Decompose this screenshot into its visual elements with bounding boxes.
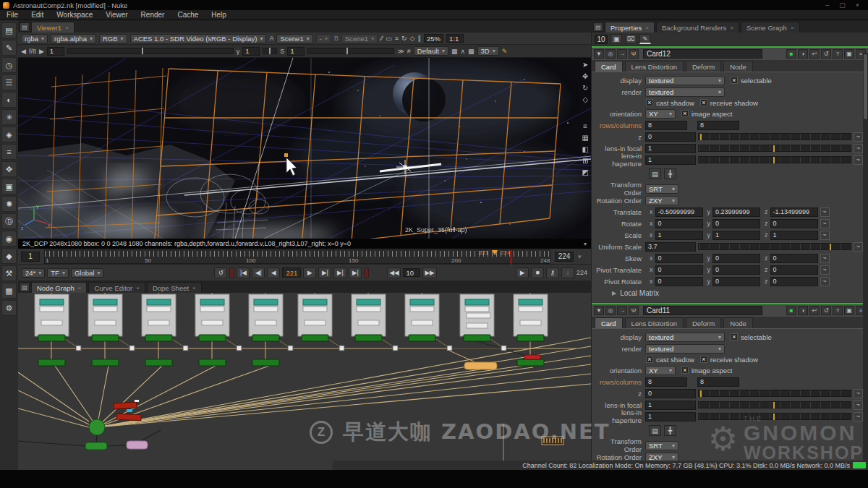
undo-icon[interactable]: ↺: [821, 306, 831, 315]
rows-field[interactable]: 8: [645, 377, 687, 387]
tab-node[interactable]: Node: [723, 317, 753, 328]
tab-lens-distortion[interactable]: Lens Distortion: [625, 61, 684, 72]
select-tool-icon[interactable]: ➤: [582, 61, 589, 69]
lock-range-icon[interactable]: ⚷: [546, 267, 559, 278]
downrez-select[interactable]: Default: [414, 46, 448, 56]
refresh-icon[interactable]: ↻: [401, 35, 407, 42]
lens-haperture-slider[interactable]: [698, 413, 851, 420]
pivot-rotate-x-field[interactable]: 0: [655, 277, 703, 286]
threed-icon[interactable]: ▣: [1, 179, 17, 194]
tab-card[interactable]: Card: [595, 317, 623, 328]
lens-haperture-slider[interactable]: [698, 156, 851, 163]
rotation-order-select[interactable]: ZXY: [645, 196, 678, 205]
uniform-scale-slider[interactable]: [698, 243, 851, 250]
tab-close-icon[interactable]: ×: [645, 25, 649, 31]
particles-icon[interactable]: ✺: [1, 196, 17, 212]
keyer-icon[interactable]: ◈: [1, 127, 17, 142]
display-select[interactable]: textured: [645, 76, 725, 85]
scale-z-field[interactable]: 1: [770, 231, 818, 240]
scale-tool-icon[interactable]: ◇: [582, 95, 589, 103]
skew-x-field[interactable]: 0: [655, 254, 703, 263]
tab-card[interactable]: Card: [595, 61, 623, 72]
playhead-marker[interactable]: [492, 250, 498, 255]
tab-close-icon[interactable]: ×: [192, 285, 196, 291]
current-frame-field[interactable]: 221: [282, 267, 301, 278]
receive-shadow-checkbox[interactable]: [700, 356, 707, 363]
rotate-y-field[interactable]: 0: [712, 219, 760, 228]
uniform-scale-curve-icon[interactable]: ~: [854, 242, 863, 252]
transform-icon[interactable]: ✥: [1, 161, 17, 177]
tab-dope-sheet[interactable]: Dope Sheet×: [147, 282, 202, 293]
tab-scene-graph[interactable]: Scene Graph×: [741, 22, 800, 33]
cast-shadow-checkbox[interactable]: [646, 356, 653, 363]
tf-select[interactable]: TF: [47, 268, 69, 278]
skew-z-field[interactable]: 0: [770, 254, 818, 263]
scale-x-field[interactable]: 1: [655, 231, 703, 240]
selected-read-node[interactable]: [542, 437, 563, 445]
translate-tool-icon[interactable]: ✥: [582, 72, 589, 80]
z-slider[interactable]: [698, 133, 851, 140]
deep-icon[interactable]: Ⓓ: [1, 213, 17, 229]
split-view-icon[interactable]: ◧: [582, 145, 589, 153]
tab-viewer1[interactable]: Viewer1 ×: [31, 22, 75, 33]
playback-play-icon[interactable]: ▶: [516, 267, 529, 278]
range-start-field[interactable]: 1: [21, 252, 40, 262]
pixel-aspect[interactable]: 1:1: [446, 34, 464, 43]
image-icon[interactable]: ▤: [1, 22, 17, 38]
tab-curve-editor[interactable]: Curve Editor×: [88, 282, 145, 293]
gain-icon[interactable]: ▭: [386, 35, 392, 42]
columns-field[interactable]: 8: [697, 377, 739, 387]
z-curve-icon[interactable]: ~: [854, 132, 863, 142]
scanline-render-node[interactable]: [85, 442, 107, 450]
toolsets-icon[interactable]: ⚒: [1, 265, 17, 281]
viewport-3d[interactable]: y x z 2K_Super_35(full-ap) ➤ ✥ ↻ ◇ ≡ ▦ ◧…: [18, 58, 591, 239]
scrollbar-thumb[interactable]: [864, 54, 867, 119]
range-end-field[interactable]: 224: [555, 252, 574, 262]
image-aspect-checkbox[interactable]: [681, 110, 689, 117]
orientation-select[interactable]: XY: [645, 366, 676, 375]
selectable-checkbox[interactable]: [731, 333, 738, 341]
frame-range-select[interactable]: Global: [71, 268, 103, 278]
rotate-x-field[interactable]: 0: [655, 219, 703, 228]
corner-view-icon[interactable]: ◩: [582, 168, 589, 176]
frame-increment-field[interactable]: 10: [403, 268, 420, 277]
pencil-icon[interactable]: ✎: [502, 48, 508, 55]
cast-shadow-checkbox[interactable]: [646, 99, 653, 106]
z-slider[interactable]: [698, 390, 851, 397]
display-select[interactable]: textured: [645, 333, 725, 342]
float-icon[interactable]: ▣: [844, 49, 854, 59]
tab-close-icon[interactable]: ×: [65, 25, 69, 31]
center-node-icon[interactable]: ◎: [605, 49, 616, 59]
pause-icon[interactable]: ∥: [417, 35, 421, 42]
layers-panel-icon[interactable]: ≡: [582, 122, 589, 130]
selected-vertex[interactable]: [284, 153, 288, 157]
step-back-button[interactable]: ◀: [267, 267, 280, 278]
step-forward-button[interactable]: ▶|: [318, 267, 331, 278]
rotate-curve-icon[interactable]: ~: [820, 219, 830, 228]
guides-icon[interactable]: #: [407, 48, 411, 55]
jack-icon[interactable]: ╋: [664, 168, 676, 179]
edit-mode-icon[interactable]: ✎: [639, 34, 651, 44]
draw-icon[interactable]: ✎: [1, 40, 17, 56]
a-input-select[interactable]: Scene1: [276, 34, 312, 43]
pane-menu-icon[interactable]: ▤: [593, 22, 603, 32]
tab-close-icon[interactable]: ×: [78, 285, 82, 291]
goto-start-button[interactable]: |◀: [237, 267, 250, 278]
pivot-rotate-y-field[interactable]: 0: [712, 277, 760, 286]
marker-button[interactable]: [229, 267, 234, 278]
frame-ruler[interactable]: 1 50 100 150 200 248 221 224: [44, 249, 550, 264]
pivot-translate-x-field[interactable]: 0: [655, 265, 703, 275]
menu-edit[interactable]: Edit: [25, 11, 50, 19]
menu-render[interactable]: Render: [135, 11, 171, 19]
display-mode-select[interactable]: RGB: [99, 34, 127, 43]
hide-panel-icon[interactable]: ▼: [594, 306, 604, 315]
close-button[interactable]: ×: [856, 1, 859, 9]
scale-curve-icon[interactable]: ~: [820, 231, 830, 240]
undo-icon[interactable]: ↺: [821, 49, 831, 59]
pivot-translate-curve-icon[interactable]: ~: [820, 265, 830, 275]
rotate-tool-icon[interactable]: ↻: [582, 84, 589, 92]
wipe-icon[interactable]: ∕∕: [380, 35, 383, 42]
frame-increment-button[interactable]: ▶▶: [422, 267, 436, 278]
node-graph-canvas[interactable]: [18, 293, 591, 471]
settings-icon[interactable]: ⚙: [1, 300, 17, 316]
